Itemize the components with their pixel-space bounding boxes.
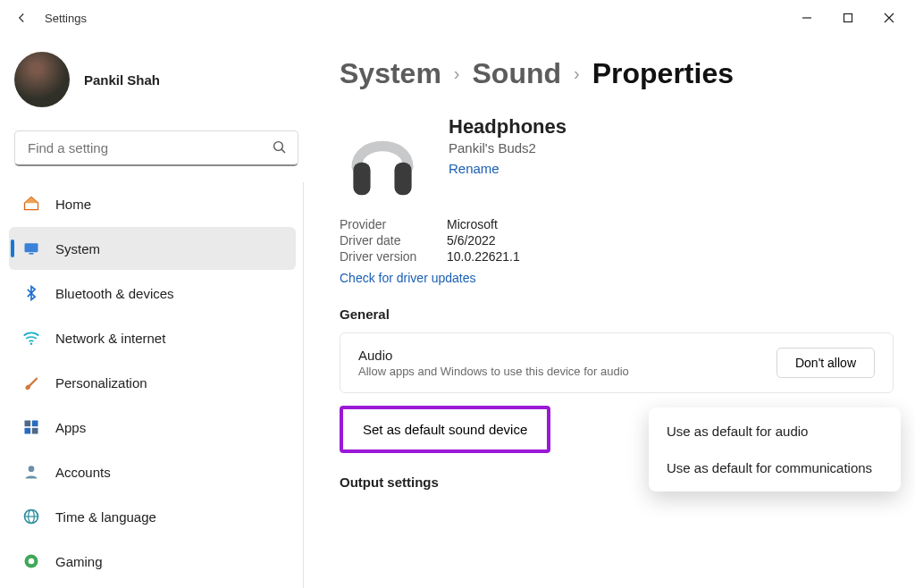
sidebar: Pankil Shah Home System Bluetooth & devi… [0, 36, 313, 588]
default-device-menu: Use as default for audio Use as default … [649, 407, 901, 491]
menu-default-communications[interactable]: Use as default for communications [654, 449, 895, 486]
audio-subtitle: Allow apps and Windows to use this devic… [358, 365, 629, 378]
nav-apps[interactable]: Apps [9, 406, 296, 449]
audio-title: Audio [358, 348, 629, 363]
search-input[interactable] [14, 130, 298, 166]
nav-system[interactable]: System [9, 227, 296, 270]
close-button[interactable] [869, 4, 910, 32]
avatar [14, 52, 70, 107]
window-controls [786, 4, 910, 32]
driver-version-value: 10.0.22621.1 [447, 249, 520, 264]
maximize-button[interactable] [827, 4, 869, 32]
home-icon [21, 194, 41, 214]
bluetooth-icon [21, 283, 41, 303]
driver-date-label: Driver date [340, 233, 447, 248]
main-content: System › Sound › Properties Headphones P… [313, 36, 915, 588]
nav-network[interactable]: Network & internet [9, 316, 296, 359]
headphones-icon [340, 115, 425, 201]
device-subtitle: Pankil's Buds2 [449, 140, 567, 155]
apps-icon [21, 417, 41, 437]
user-profile[interactable]: Pankil Shah [9, 39, 304, 130]
nav-accounts[interactable]: Accounts [9, 450, 296, 493]
svg-rect-7 [25, 421, 31, 427]
svg-rect-17 [353, 163, 370, 195]
wifi-icon [21, 328, 41, 348]
section-general: General [340, 307, 894, 322]
user-name: Pankil Shah [84, 72, 160, 88]
provider-value: Microsoft [447, 217, 498, 231]
nav-personalization[interactable]: Personalization [9, 361, 296, 404]
provider-label: Provider [340, 217, 447, 231]
minimize-button[interactable] [786, 4, 827, 32]
breadcrumb: System › Sound › Properties [340, 57, 894, 90]
svg-rect-5 [29, 253, 34, 255]
window-title: Settings [45, 12, 87, 25]
svg-rect-9 [25, 428, 31, 434]
svg-rect-1 [844, 14, 852, 22]
svg-rect-4 [25, 243, 38, 252]
arrow-left-icon [13, 10, 29, 26]
device-title: Headphones [449, 115, 567, 139]
audio-card: Audio Allow apps and Windows to use this… [340, 332, 894, 393]
system-icon [21, 239, 41, 258]
device-meta: ProviderMicrosoft Driver date5/6/2022 Dr… [340, 217, 894, 285]
svg-line-3 [281, 149, 285, 153]
svg-rect-8 [32, 421, 38, 427]
gaming-icon [21, 551, 41, 571]
nav-gaming[interactable]: Gaming [9, 540, 296, 583]
svg-point-2 [274, 142, 283, 151]
brush-icon [21, 373, 41, 392]
rename-link[interactable]: Rename [449, 161, 499, 176]
set-default-button[interactable]: Set as default sound device [340, 406, 550, 453]
device-header: Headphones Pankil's Buds2 Rename [340, 115, 894, 201]
nav-time[interactable]: Time & language [9, 495, 296, 538]
nav-bluetooth[interactable]: Bluetooth & devices [9, 272, 296, 315]
breadcrumb-sound[interactable]: Sound [473, 57, 562, 90]
back-button[interactable] [5, 2, 38, 34]
driver-date-value: 5/6/2022 [447, 233, 496, 248]
menu-default-audio[interactable]: Use as default for audio [654, 413, 895, 449]
svg-point-16 [29, 559, 35, 565]
driver-version-label: Driver version [340, 249, 447, 264]
chevron-right-icon: › [574, 63, 580, 84]
title-bar: Settings [0, 0, 915, 36]
nav-list: Home System Bluetooth & devices Network … [9, 182, 304, 588]
svg-point-11 [29, 466, 35, 472]
dont-allow-button[interactable]: Don't allow [776, 348, 875, 378]
search-wrap [14, 130, 298, 166]
breadcrumb-system[interactable]: System [340, 57, 441, 90]
svg-rect-10 [32, 428, 38, 434]
nav-home[interactable]: Home [9, 182, 296, 225]
check-driver-updates-link[interactable]: Check for driver updates [340, 271, 476, 285]
chevron-right-icon: › [454, 63, 460, 84]
breadcrumb-current: Properties [592, 57, 734, 90]
person-icon [21, 462, 41, 482]
globe-icon [21, 507, 41, 526]
svg-rect-18 [394, 163, 411, 195]
search-icon [272, 139, 288, 159]
svg-point-6 [30, 342, 33, 345]
